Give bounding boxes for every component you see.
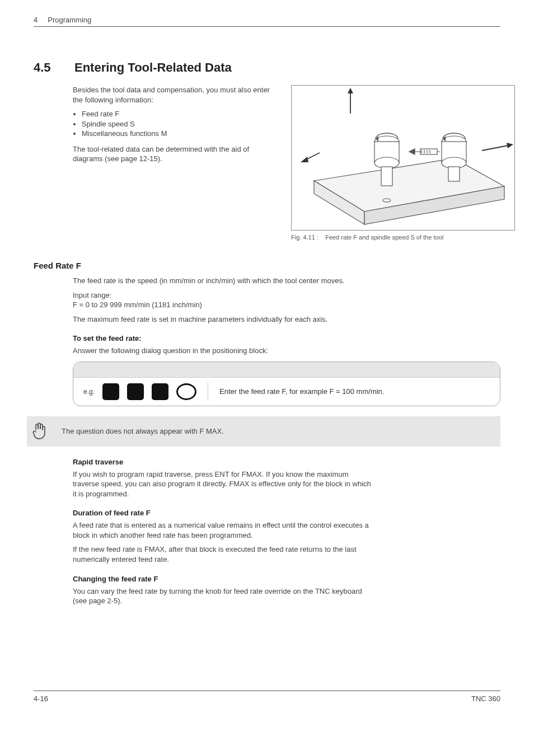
input-range-value: F = 0 to 29 999 mm/min (1181 inch/min) <box>73 300 500 310</box>
note-text: The question does not always appear with… <box>62 427 224 435</box>
page-footer: 4-16 TNC 360 <box>34 691 500 703</box>
figure-caption-text: Feed rate F and spindle speed S of the t… <box>325 234 443 241</box>
figure-4-11 <box>291 85 515 231</box>
bullet-feed-rate: Feed rate F <box>82 109 274 119</box>
note-bar: The question does not always appear with… <box>27 416 500 447</box>
chapter-number: 4 <box>34 16 38 24</box>
dialog-prompt-bar <box>73 362 500 378</box>
svg-line-24 <box>482 145 511 151</box>
set-feed-rate-heading: To set the feed rate: <box>73 334 500 342</box>
chapter-title: Programming <box>48 16 91 24</box>
changing-feed-rate-heading: Changing the feed rate F <box>73 575 500 583</box>
dialog-panel: e.g. Enter the feed rate F, for example … <box>73 361 500 406</box>
input-range-label: Input range: <box>73 290 500 300</box>
section-number: 4.5 <box>34 60 64 75</box>
svg-marker-21 <box>348 88 353 93</box>
svg-point-7 <box>383 199 391 202</box>
feed-rate-heading: Feed Rate F <box>34 261 500 270</box>
figure-caption: Fig. 4.11 : Feed rate F and spindle spee… <box>291 234 515 241</box>
rapid-traverse-text: If you wish to program rapid traverse, p… <box>73 469 375 499</box>
numeric-key-icon <box>127 383 144 400</box>
svg-marker-23 <box>301 157 308 162</box>
svg-rect-15 <box>420 149 437 154</box>
example-label: e.g. <box>83 388 95 396</box>
bullet-misc-functions: Miscellaneous functions M <box>82 129 274 139</box>
set-feed-rate-text: Answer the following dialog question in … <box>73 346 500 356</box>
changing-feed-rate-text: You can vary the feed rate by turning th… <box>73 586 375 606</box>
duration-paragraph-1: A feed rate that is entered as a numeric… <box>73 520 375 540</box>
intro-bullets: Feed rate F Spindle speed S Miscellaneou… <box>73 109 274 139</box>
rapid-traverse-heading: Rapid traverse <box>73 458 500 466</box>
max-feed-rate-note: The maximum feed rate is set in machine … <box>73 314 375 325</box>
section-title: Entering Tool-Related Data <box>74 60 232 75</box>
feed-rate-description: The feed rate is the speed (in mm/min or… <box>73 276 364 286</box>
numeric-key-icon <box>152 383 168 400</box>
page-header: 4 Programming <box>34 16 500 27</box>
svg-marker-14 <box>409 149 415 154</box>
intro-paragraph: Besides the tool data and compensation, … <box>73 85 274 105</box>
svg-rect-6 <box>381 167 392 186</box>
dialog-instruction: Enter the feed rate F, for example F = 1… <box>219 387 384 396</box>
svg-rect-12 <box>448 167 460 181</box>
page-number: 4-16 <box>34 694 48 703</box>
duration-paragraph-2: If the new feed rate is FMAX, after that… <box>73 544 375 564</box>
divider <box>208 382 208 401</box>
figure-caption-prefix: Fig. 4.11 : <box>291 234 318 241</box>
svg-marker-25 <box>507 143 513 148</box>
ent-key-icon <box>176 383 196 400</box>
section-heading: 4.5 Entering Tool-Related Data <box>34 60 500 75</box>
model-label: TNC 360 <box>471 694 500 703</box>
numeric-key-icon <box>102 383 119 400</box>
intro-paragraph-2: The tool-related data can be determined … <box>73 144 274 164</box>
bullet-spindle-speed: Spindle speed S <box>82 119 274 129</box>
hand-icon <box>27 422 51 441</box>
duration-heading: Duration of feed rate F <box>73 509 500 517</box>
tool-diagram-svg <box>292 86 516 231</box>
